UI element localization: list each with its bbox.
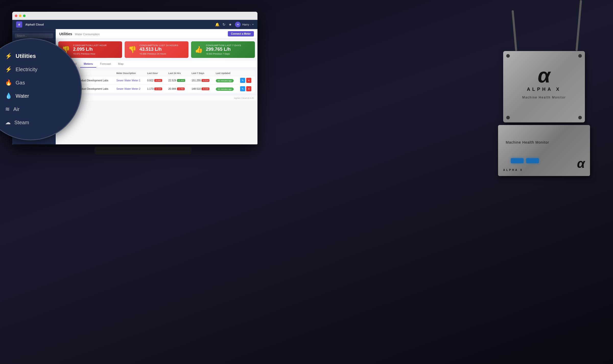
zoom-electricity-icon: ⚡	[5, 66, 12, 73]
row2-last-updated: 82 minutes ago	[213, 85, 238, 93]
footer-bar: AlphaX Cloud v0.2.20	[56, 95, 257, 101]
zoom-utilities-icon: ⚡	[5, 53, 12, 59]
card-1-label: CONSUMPTION LAST HOUR	[73, 44, 107, 47]
device-container: α ALPHA X Machine Health Monitor Machine…	[490, 51, 598, 176]
col-last-updated: Last Updated	[213, 70, 238, 76]
row2-time-badge: 82 minutes ago	[216, 87, 234, 91]
page-title-group: Utilities Water Consumption	[59, 32, 100, 36]
device-alpha-symbol: α	[538, 64, 550, 87]
row2-edit-button[interactable]: ✎	[240, 86, 245, 91]
table-row: (iMinnovation) Product Development Labs …	[58, 85, 255, 93]
row2-meter: Sewer Water Meter 2	[114, 85, 145, 93]
tabs: Dashboard Meters Forecast Map	[56, 60, 257, 68]
zoom-steam-icon: ☁	[5, 119, 11, 126]
device-main-box: α ALPHA X Machine Health Monitor	[503, 51, 585, 122]
col-last-24: Last 24 Hrs	[166, 70, 189, 76]
col-actions	[238, 70, 255, 76]
card-3-value: 299.765 L/h	[206, 47, 241, 52]
row1-last-24: 22.529 +1.423	[166, 76, 189, 85]
card-2-delta: +0.686 Previous 24 Hours	[139, 53, 178, 55]
row1-meter-link[interactable]: Sewer Water Meter 1	[116, 79, 140, 82]
device-base-alpha: α	[577, 156, 585, 171]
card-1-content: CONSUMPTION LAST HOUR 2.095 L/h +0.471 P…	[73, 44, 107, 55]
device-connector-2	[526, 158, 539, 163]
row2-actions: ✎ ✕	[238, 85, 255, 93]
zoom-item-gas: 🔥 Gas	[5, 77, 66, 89]
browser-chrome	[12, 12, 257, 20]
device-connector-1	[511, 158, 524, 163]
meters-table: Site Meter Description Last Hour Last 24…	[58, 70, 255, 93]
tab-meters[interactable]: Meters	[80, 60, 96, 68]
zoom-item-air: ≋ Air	[5, 103, 66, 115]
main-content: Utilities Water Consumption Connect a Me…	[56, 29, 257, 144]
user-chevron-icon: ▾	[252, 23, 254, 26]
zoom-item-utilities: ⚡ Utilities	[5, 50, 66, 62]
tab-map[interactable]: Map	[114, 60, 127, 68]
bolt-tl	[506, 54, 510, 58]
summary-cards: 👎 CONSUMPTION LAST HOUR 2.095 L/h +0.471…	[56, 39, 257, 60]
device-base-brand: ALPHA X	[503, 169, 523, 171]
zoom-water-icon: 💧	[5, 93, 12, 99]
col-last-hour: Last Hour	[145, 70, 166, 76]
search-input[interactable]	[15, 33, 53, 38]
close-button[interactable]	[15, 15, 17, 17]
maximize-button[interactable]	[23, 15, 26, 17]
zoom-item-electricity: ⚡ Electricity	[5, 64, 66, 75]
zoom-air-icon: ≋	[5, 106, 10, 112]
bolt-tr	[578, 54, 582, 58]
card-3-label: CONSUMPTION LAST 7 DAYS	[206, 44, 241, 47]
card-2-value: 43.513 L/h	[139, 47, 178, 52]
summary-card-last-7d: 👍 CONSUMPTION LAST 7 DAYS 299.765 L/h -9…	[191, 41, 255, 58]
card-3-content: CONSUMPTION LAST 7 DAYS 299.765 L/h -9.9…	[206, 44, 241, 55]
card-1-value: 2.095 L/h	[73, 47, 107, 52]
notification-icon[interactable]: 🔔	[215, 22, 219, 27]
topbar: α AlphaX Cloud 🔔 ↻ ★ H Harry - ▾	[12, 20, 257, 29]
star-icon[interactable]: ★	[229, 22, 232, 27]
mac-base	[95, 147, 192, 154]
row1-edit-button[interactable]: ✎	[240, 78, 245, 83]
device-label: Machine Health Monitor	[522, 96, 566, 99]
row2-last-24: 20.984 -0.768	[166, 85, 189, 93]
page-title: Utilities	[59, 32, 72, 36]
card-1-delta: +0.471 Previous Hour	[73, 53, 107, 55]
zoom-gas-icon: 🔥	[5, 79, 12, 86]
device-base-box: Machine Health Monitor α ALPHA X	[498, 125, 590, 176]
page-header: Utilities Water Consumption Connect a Me…	[56, 29, 257, 39]
row2-last-7: 148.510 -5.028	[189, 85, 213, 93]
connect-meter-button[interactable]: Connect a Meter	[228, 31, 254, 36]
row1-actions: ✎ ✕	[238, 76, 255, 85]
row2-meter-link[interactable]: Sewer Water Meter 2	[116, 87, 140, 90]
zoom-item-water: 💧 Water	[5, 90, 66, 102]
user-menu[interactable]: H Harry - ▾	[235, 22, 254, 27]
topbar-avatar: H	[235, 22, 241, 27]
thumbs-down-icon-2: 👎	[128, 46, 136, 54]
row2-delete-button[interactable]: ✕	[246, 86, 251, 91]
row1-last-updated: 81 minutes ago	[213, 76, 238, 85]
device-base-label: Machine Health Monitor	[506, 140, 549, 144]
topbar-username: Harry -	[242, 23, 251, 26]
bolt-bl	[506, 116, 510, 119]
topbar-right: 🔔 ↻ ★ H Harry - ▾	[215, 22, 254, 27]
minimize-button[interactable]	[19, 15, 21, 17]
tab-forecast[interactable]: Forecast	[96, 60, 114, 68]
col-meter: Meter Description	[114, 70, 145, 76]
zoom-item-steam: ☁ Steam	[5, 117, 66, 128]
thumbs-up-icon: 👍	[195, 46, 203, 54]
refresh-icon[interactable]: ↻	[222, 22, 226, 27]
row1-meter: Sewer Water Meter 1	[114, 76, 145, 85]
device-brand: ALPHA X	[527, 87, 561, 92]
topbar-logo: α	[16, 21, 22, 28]
version-text: AlphaX Cloud v0.2.20	[234, 97, 254, 99]
col-last-7: Last 7 Days	[189, 70, 213, 76]
table-row: (iMinnovation) Product Development Labs …	[58, 76, 255, 85]
row1-delete-button[interactable]: ✕	[246, 78, 251, 83]
row1-last-hour: 0.922 -0.042	[145, 76, 166, 85]
summary-card-last-24h: 👎 CONSUMPTION LAST 24 HOURS 43.513 L/h +…	[125, 41, 188, 58]
row2-last-hour: 1.173 -0.429	[145, 85, 166, 93]
card-3-delta: -9.943 Previous 7 Days	[206, 53, 241, 55]
topbar-brand: AlphaX Cloud	[25, 23, 44, 26]
bolt-br	[578, 116, 582, 119]
table-section: Site Meter Description Last Hour Last 24…	[56, 68, 257, 95]
page-subtitle: Water Consumption	[75, 33, 100, 36]
card-2-content: CONSUMPTION LAST 24 HOURS 43.513 L/h +0.…	[139, 44, 178, 55]
